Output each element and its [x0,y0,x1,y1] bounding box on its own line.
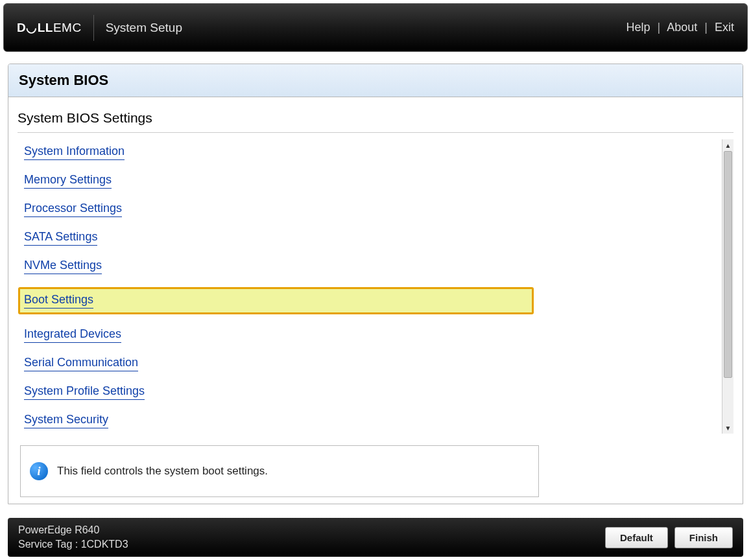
separator: | [704,21,708,34]
panel-body: System BIOS Settings System InformationM… [8,97,743,504]
menu-item: SATA Settings [24,230,715,246]
about-link[interactable]: About [667,21,697,34]
help-link[interactable]: Help [626,21,650,34]
separator: | [658,21,661,34]
footer: PowerEdge R640 Service Tag : 1CDKTD3 Def… [8,518,743,557]
scroll-wrap: System InformationMemory SettingsProcess… [18,139,733,434]
panel-title: System BIOS [19,72,732,89]
panel-titlebar: System BIOS [8,64,743,97]
logo-thin: EMC [53,21,82,35]
menu-link[interactable]: Serial Communication [24,356,138,371]
menu-link[interactable]: Boot Settings [24,293,93,309]
menu-item: Memory Settings [24,173,715,189]
footer-info: PowerEdge R640 Service Tag : 1CDKTD3 [18,523,128,552]
app-title: System Setup [106,21,182,35]
menu-item: System Information [24,145,715,160]
info-text: This field controls the system boot sett… [57,465,268,478]
menu-scroll-area: System InformationMemory SettingsProcess… [18,139,722,434]
menu-link[interactable]: Integrated Devices [24,327,121,343]
menu-link[interactable]: NVMe Settings [24,259,102,274]
panel-subtitle: System BIOS Settings [18,108,733,133]
scroll-down-button[interactable]: ▼ [722,422,733,434]
menu-item: NVMe Settings [24,259,715,274]
menu-item: Integrated Devices [24,327,715,343]
menu-item: Boot Settings [18,287,534,314]
logo-bold: D◡LL [17,20,53,35]
menu-item: System Profile Settings [24,384,715,400]
topbar: D◡LLEMC System Setup Help | About | Exit [3,3,748,52]
scroll-up-button[interactable]: ▲ [722,139,733,151]
info-icon: i [30,462,48,480]
menu-link[interactable]: SATA Settings [24,230,97,246]
footer-model: PowerEdge R640 [18,523,128,537]
menu-list: System InformationMemory SettingsProcess… [24,145,715,428]
service-tag-label: Service Tag : [18,539,78,550]
menu-link[interactable]: System Information [24,145,125,160]
menu-item: Processor Settings [24,202,715,217]
service-tag-value: 1CDKTD3 [81,539,128,550]
finish-button[interactable]: Finish [674,527,733,548]
scrollbar[interactable]: ▲ ▼ [722,139,733,434]
footer-service-tag-row: Service Tag : 1CDKTD3 [18,537,128,552]
info-panel: i This field controls the system boot se… [20,445,539,497]
menu-item: Serial Communication [24,356,715,371]
menu-link[interactable]: System Security [24,413,108,428]
menu-link[interactable]: Processor Settings [24,202,122,217]
exit-link[interactable]: Exit [715,21,734,34]
scroll-thumb[interactable] [724,151,732,378]
content-panel: System BIOS System BIOS Settings System … [8,64,743,504]
dell-emc-logo: D◡LLEMC [17,15,94,41]
topbar-links: Help | About | Exit [626,21,734,34]
default-button[interactable]: Default [605,527,668,548]
menu-link[interactable]: Memory Settings [24,173,112,189]
menu-item: System Security [24,413,715,428]
menu-link[interactable]: System Profile Settings [24,384,145,400]
